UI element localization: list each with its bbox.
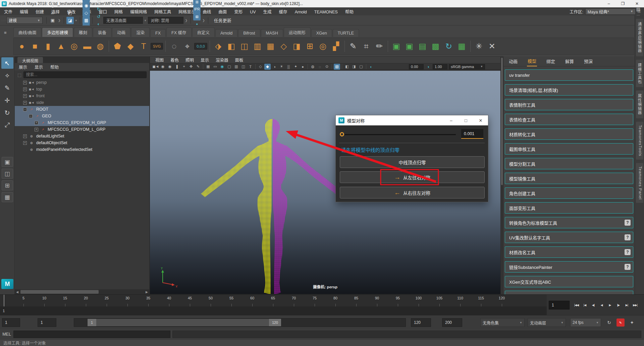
auto-key-icon[interactable]: ✎: [616, 319, 625, 327]
symmetry-field[interactable]: 对称: 禁用: [148, 17, 183, 24]
panel-tab[interactable]: 解算: [565, 56, 575, 66]
fill-hole-icon[interactable]: ▥: [252, 40, 264, 52]
coordinate-field[interactable]: 0,0,0: [194, 43, 207, 50]
anim-layer-select[interactable]: 无动画层▼: [528, 318, 566, 327]
poly-cylinder-icon[interactable]: ▮: [42, 40, 54, 52]
poly-sphere-icon[interactable]: ●: [16, 40, 28, 52]
2d-pan-zoom-icon[interactable]: ✥: [188, 64, 194, 70]
reduce-icon[interactable]: ◇: [278, 40, 290, 52]
outliner-persp-layout[interactable]: ▦: [2, 192, 13, 202]
outliner-item[interactable]: − ↗ ROOT: [15, 106, 149, 113]
help-badge[interactable]: ?: [625, 220, 631, 226]
new-scene-icon[interactable]: ▯: [49, 2, 56, 9]
snap-curve-icon[interactable]: ⌒: [83, 0, 90, 2]
go-to-start-button[interactable]: |◀◀: [572, 301, 581, 309]
outliner-item[interactable]: ◍ modelPanel4ViewSelectedSet: [15, 146, 149, 153]
filter-icon[interactable]: ⬚: [17, 72, 21, 77]
outliner-item[interactable]: + ◼◄ front: [15, 93, 149, 99]
shelf-icon[interactable]: [210, 41, 210, 52]
range-bar[interactable]: [88, 319, 280, 326]
camera-attributes-icon[interactable]: ◉: [167, 64, 173, 70]
active-surface-field[interactable]: 无激活曲面: [103, 17, 143, 24]
shelf-tab[interactable]: 动画: [112, 27, 130, 37]
exposure-field[interactable]: 0.00: [409, 64, 424, 69]
select-object-icon[interactable]: ◪: [66, 17, 74, 24]
subdivide-icon[interactable]: ⊞: [304, 40, 316, 52]
scrollbar-thumb[interactable]: [20, 290, 99, 294]
panel-tab[interactable]: 动画: [508, 56, 518, 66]
menu-item[interactable]: 网格工具: [154, 10, 171, 14]
lasso-tool[interactable]: ⟡: [1, 70, 13, 81]
step-back-key-button[interactable]: ◀|: [589, 301, 597, 309]
scroll-right-icon[interactable]: ▶: [144, 290, 149, 294]
gate-mask-icon[interactable]: ▢: [226, 64, 232, 70]
outliner-menu-item[interactable]: 显示: [35, 64, 43, 70]
shelf-tab[interactable]: FX 缓存: [166, 27, 191, 37]
gamma-field[interactable]: 1.00: [433, 64, 447, 69]
chevron-down-icon[interactable]: ▾: [75, 19, 77, 22]
panel-tab[interactable]: 绑定: [546, 56, 556, 66]
tool-button[interactable]: 材质转化工具 ?: [505, 128, 633, 140]
film-gate-icon[interactable]: ▭: [212, 64, 218, 70]
viewport-menu-item[interactable]: 面板: [235, 57, 244, 63]
viewport-menu-item[interactable]: 渲染器: [216, 57, 228, 63]
single-pane-layout[interactable]: ▣: [2, 157, 13, 167]
playback-options-icon[interactable]: ↻: [605, 319, 613, 327]
expander-icon[interactable]: ❯: [202, 19, 205, 22]
outliner-item[interactable]: − ↗ GEO: [15, 113, 149, 119]
open-scene-icon[interactable]: ▱: [49, 9, 56, 17]
menu-set-select[interactable]: 建模▼: [6, 17, 43, 24]
shelf-tab[interactable]: Bifrost: [238, 29, 260, 37]
viewport-menu-item[interactable]: 显示: [201, 57, 209, 63]
tool-button[interactable]: 场景清理(相机,层,材质球) ?: [505, 84, 633, 96]
multi-component-icon[interactable]: ▦: [456, 40, 468, 52]
menu-item[interactable]: TEAMONES: [314, 10, 338, 14]
booleans-icon[interactable]: ⬗: [212, 40, 224, 52]
right-panel-scrollbar[interactable]: [501, 56, 503, 294]
expand-toggle-icon[interactable]: −: [23, 108, 27, 111]
multisample-icon[interactable]: ◍: [310, 64, 316, 70]
dialog-close-button[interactable]: ✕: [473, 118, 488, 123]
shelf-tab[interactable]: Arnold: [215, 29, 237, 37]
side-vertical-tab[interactable]: 属性编辑器: [636, 91, 643, 118]
wireframe-on-shaded-icon[interactable]: ◧: [344, 64, 350, 70]
four-pane-layout[interactable]: ⊞: [2, 180, 13, 190]
playback-start-field[interactable]: 1: [38, 318, 56, 327]
scrollbar-thumb[interactable]: [501, 58, 503, 185]
tool-button[interactable]: ?: [505, 291, 633, 294]
super-ellipse-icon[interactable]: ◆: [124, 40, 137, 52]
tolerance-value-field[interactable]: 0.001: [461, 129, 483, 139]
expand-toggle-icon[interactable]: +: [35, 128, 38, 131]
shelf-tab[interactable]: 自定义: [192, 27, 215, 37]
shadows-icon[interactable]: ▒: [285, 64, 292, 70]
shelf-tab[interactable]: 运动图形: [284, 27, 311, 37]
fps-select[interactable]: 24 fps▼: [570, 318, 601, 327]
resolution-gate-icon[interactable]: ◉: [219, 64, 225, 70]
shelf-tab[interactable]: 渲染: [131, 27, 150, 37]
poly-disc-icon[interactable]: ◍: [94, 40, 106, 52]
menu-item[interactable]: 变形: [234, 10, 243, 14]
tool-button[interactable]: 角色创建工具 ?: [505, 187, 633, 199]
side-vertical-tab[interactable]: TeamonesTools: [636, 122, 643, 160]
side-vertical-tab[interactable]: 建模工具包: [636, 60, 643, 88]
outliner-item[interactable]: + ↗ MFCSCCG_EPDYOM_H_GRP: [15, 119, 149, 126]
snap-projected-center-icon[interactable]: ◇: [83, 9, 90, 17]
textured-icon[interactable]: ◑: [271, 64, 278, 70]
expand-toggle-icon[interactable]: +: [23, 81, 27, 84]
move-tool[interactable]: ✛: [1, 95, 13, 106]
type-tool-icon[interactable]: T: [138, 40, 150, 52]
viewport-menu-item[interactable]: 着色: [170, 57, 179, 63]
animation-start-field[interactable]: 1: [2, 318, 20, 327]
range-slider[interactable]: 1 120: [74, 318, 406, 327]
texture-placement-icon[interactable]: ▢: [358, 64, 364, 70]
outliner-item[interactable]: + ◼◄ top: [15, 86, 149, 93]
menu-item[interactable]: 编辑: [20, 10, 28, 14]
help-badge[interactable]: ?: [625, 234, 631, 240]
zero-centerline-button[interactable]: 中线顶点归零: [340, 156, 485, 168]
snap-point-icon[interactable]: ◉: [83, 2, 90, 9]
tool-button[interactable]: UV集改默认名字工具 ?: [505, 232, 633, 243]
toolbar-separator[interactable]: [255, 64, 256, 69]
wireframe-icon[interactable]: ◇: [257, 64, 264, 70]
help-badge[interactable]: ?: [625, 264, 631, 270]
outliner-item[interactable]: + ↗ MFCSCCG_EPDYOM_L_GRP: [15, 126, 149, 133]
